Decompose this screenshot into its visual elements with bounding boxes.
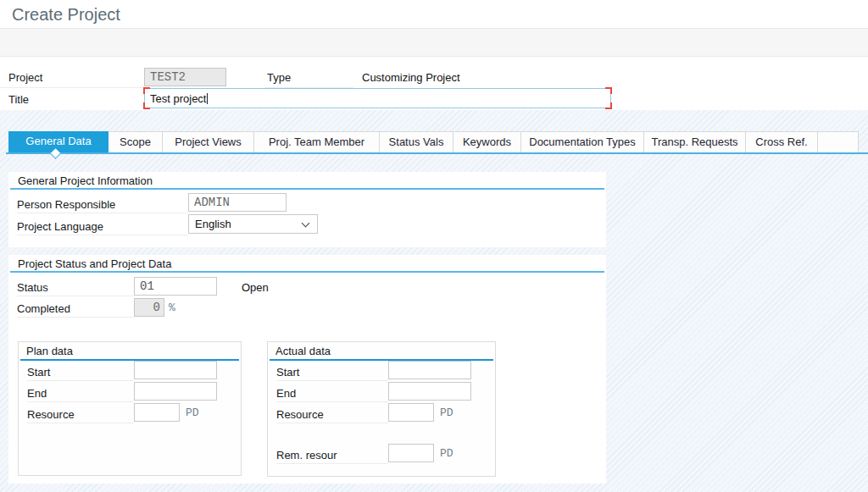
tab-strip: General Data Scope Project Views Proj. T… [8, 131, 859, 152]
general-info-panel: General Project Information Person Respo… [8, 172, 606, 247]
selection-corner-icon [143, 87, 150, 94]
tab-label: Status Vals [389, 135, 444, 148]
plan-start-label: Start [27, 366, 50, 379]
actual-end-label: End [276, 387, 296, 400]
divider [27, 423, 134, 423]
completed-unit: % [169, 301, 175, 314]
plan-data-box: Plan data Start End Resource PD [18, 341, 242, 476]
tab-label: Proj. Team Member [269, 135, 364, 148]
tab-underline [6, 152, 868, 154]
groupbox-title: Plan data [26, 345, 73, 357]
window-titlebar: Create Project [0, 0, 868, 29]
divider [17, 296, 134, 296]
tab-keywords[interactable]: Keywords [453, 131, 521, 152]
remaining-resource-unit: PD [440, 447, 453, 460]
toolbar-band [0, 29, 868, 57]
divider [276, 423, 388, 423]
section-title: Project Status and Project Data [18, 257, 171, 270]
title-input-value: Test project [150, 92, 206, 105]
divider [17, 235, 188, 235]
tab-label: General Data [25, 135, 91, 147]
status-text: Open [242, 281, 269, 294]
remaining-resource-label: Rem. resour [276, 449, 337, 462]
divider [276, 380, 388, 381]
person-responsible-label: Person Responsible [17, 198, 115, 211]
tab-transp-requests[interactable]: Transp. Requests [644, 131, 746, 152]
tab-label: Cross Ref. [755, 135, 807, 148]
actual-end-input[interactable] [388, 382, 471, 401]
tab-project-views[interactable]: Project Views [163, 131, 254, 152]
title-label: Title [8, 93, 29, 106]
tab-scope[interactable]: Scope [108, 131, 163, 152]
divider [0, 87, 142, 88]
completed-label: Completed [17, 302, 70, 315]
type-value: Customizing Project [362, 71, 460, 84]
plan-resource-label: Resource [27, 408, 75, 421]
plan-resource-unit: PD [186, 406, 199, 419]
type-label: Type [267, 71, 291, 84]
selected-language: English [195, 218, 231, 230]
section-underline [10, 271, 604, 273]
actual-start-label: Start [276, 366, 299, 379]
actual-data-box: Actual data Start End Resource PD Rem. r… [267, 341, 496, 477]
actual-resource-unit: PD [440, 406, 453, 419]
project-label: Project [8, 71, 42, 84]
tab-label: Scope [120, 135, 151, 148]
status-label: Status [17, 281, 48, 294]
tab-strip-filler [818, 131, 859, 152]
tab-cross-ref[interactable]: Cross Ref. [746, 131, 818, 152]
actual-resource-label: Resource [276, 408, 324, 421]
plan-end-label: End [27, 387, 47, 400]
tab-general-data[interactable]: General Data [8, 131, 108, 152]
tab-proj-team-member[interactable]: Proj. Team Member [254, 131, 380, 152]
text-cursor [207, 93, 208, 104]
tab-status-vals[interactable]: Status Vals [380, 131, 453, 152]
divider [276, 401, 388, 402]
identification-area: Project Type Customizing Project Title T… [0, 57, 868, 110]
plan-start-input[interactable] [134, 361, 217, 379]
selection-corner-icon [605, 87, 612, 94]
actual-start-input[interactable] [388, 361, 471, 379]
tab-label: Transp. Requests [651, 135, 737, 148]
status-input[interactable] [134, 277, 217, 296]
person-responsible-input[interactable] [188, 193, 287, 212]
project-id-field [144, 68, 226, 86]
divider [27, 401, 134, 402]
remaining-resource-input[interactable] [388, 444, 434, 462]
selection-corner-icon [605, 102, 612, 109]
title-input[interactable]: Test project [144, 88, 611, 108]
tab-label: Project Views [175, 135, 242, 148]
divider [17, 213, 188, 213]
section-title: General Project Information [18, 174, 153, 187]
plan-end-input[interactable] [134, 382, 217, 401]
project-language-label: Project Language [17, 220, 103, 233]
section-underline [10, 188, 604, 190]
divider [17, 317, 134, 318]
actual-resource-input[interactable] [388, 403, 434, 422]
tab-documentation-types[interactable]: Documentation Types [521, 131, 644, 152]
plan-resource-input[interactable] [134, 403, 180, 422]
tab-label: Documentation Types [529, 135, 636, 148]
project-language-select[interactable]: English [188, 214, 318, 234]
page-title: Create Project [12, 5, 120, 25]
chevron-down-icon [302, 219, 310, 228]
tab-label: Keywords [463, 135, 511, 148]
selection-corner-icon [143, 102, 150, 109]
divider [27, 380, 134, 381]
groupbox-title: Actual data [275, 345, 331, 357]
completed-input [134, 298, 164, 317]
divider [276, 463, 388, 464]
